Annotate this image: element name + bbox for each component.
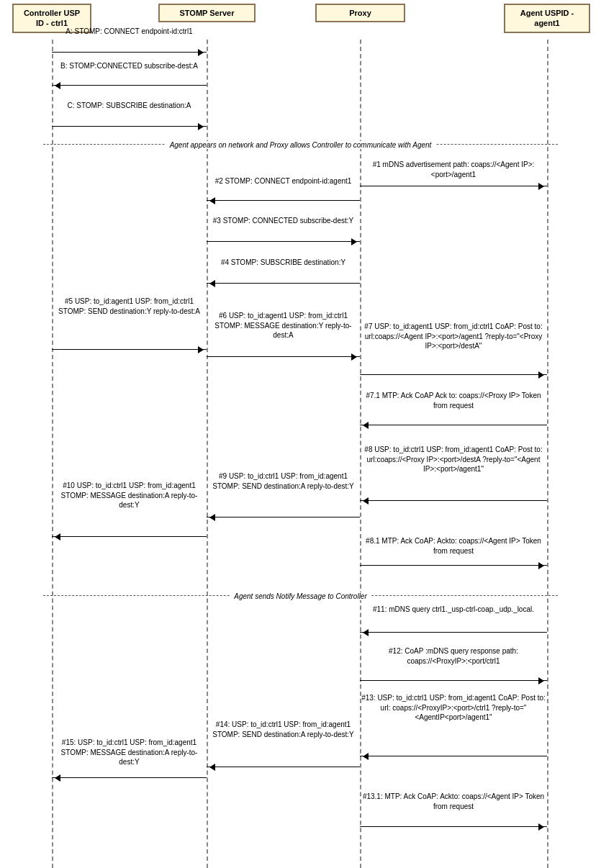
- message-arrow-2: [207, 200, 360, 201]
- message-arrow-9: [207, 517, 360, 517]
- message-label-13: #13: USP: to_id:ctrl1 USP: from_id:agent…: [360, 693, 547, 723]
- message-label-13.1: #13.1: MTP: Ack CoAP: Ackto: coaps://<Ag…: [360, 792, 547, 811]
- message-label-4: #4 STOMP: SUBSCRIBE destination:Y: [207, 258, 360, 268]
- lifeline-header-stomp: STOMP Server: [158, 4, 256, 22]
- message-arrow-11: [360, 632, 547, 633]
- message-label-2: #2 STOMP: CONNECT endpoint-id:agent1: [207, 176, 360, 186]
- message-arrow-B: [52, 85, 207, 86]
- message-arrow-A: [52, 52, 207, 53]
- message-label-9: #9 USP: to_id:ctrl1 USP: from_id:agent1 …: [207, 471, 360, 491]
- lifeline-header-agent: Agent USPID - agent1: [504, 4, 590, 33]
- message-label-14: #14: USP: to_id:ctrl1 USP: from_id:agent…: [207, 720, 360, 739]
- message-label-11: #11: mDNS query ctrl1._usp-ctrl-coap._ud…: [360, 605, 547, 615]
- separator-text: Agent appears on network and Proxy allow…: [166, 141, 436, 149]
- message-label-8: #8 USP: to_id:ctrl1 USP: from_id:agent1 …: [360, 445, 547, 474]
- message-arrow-7: [360, 374, 547, 375]
- message-arrow-12: [360, 680, 547, 681]
- message-arrow-13: [360, 756, 547, 756]
- message-arrow-6: [207, 356, 360, 357]
- separator: Agent appears on network and Proxy allow…: [43, 144, 558, 145]
- message-label-15: #15: USP: to_id:ctrl1 USP: from_id:agent…: [52, 738, 207, 767]
- message-arrow-8.1: [360, 565, 547, 566]
- message-label-5: #5 USP: to_id:agent1 USP: from_id:ctrl1 …: [52, 297, 207, 316]
- message-label-B: B: STOMP:CONNECTED subscribe-dest:A: [52, 61, 207, 71]
- message-label-7.1: #7.1 MTP: Ack CoAP Ack to: coaps://<Prox…: [360, 391, 547, 410]
- message-arrow-10: [52, 536, 207, 537]
- message-label-8.1: #8.1 MTP: Ack CoAP: Ackto: coaps://<Agen…: [360, 536, 547, 556]
- message-label-10: #10 USP: to_id:ctrl1 USP: from_id:agent1…: [52, 481, 207, 510]
- lifeline-line-agent: [547, 40, 548, 868]
- message-arrow-1: [360, 186, 547, 186]
- message-arrow-15: [52, 777, 207, 778]
- message-arrow-4: [207, 283, 360, 284]
- message-label-6: #6 USP: to_id:agent1 USP: from_id:ctrl1 …: [207, 311, 360, 340]
- message-label-3: #3 STOMP: CONNECTED subscribe-dest:Y: [207, 216, 360, 226]
- message-arrow-14: [207, 767, 360, 767]
- message-arrow-5: [52, 349, 207, 350]
- message-label-1: #1 mDNS advertisement path: coaps://<Age…: [360, 160, 547, 179]
- message-arrow-8: [360, 500, 547, 501]
- message-label-7: #7 USP: to_id:agent1 USP: from_id:ctrl1 …: [360, 322, 547, 351]
- message-arrow-3: [207, 241, 360, 242]
- message-arrow-C: [52, 126, 207, 127]
- sequence-diagram: Controller USP ID - ctrl1STOMP ServerPro…: [0, 0, 601, 868]
- lifeline-header-proxy: Proxy: [315, 4, 405, 22]
- message-label-C: C: STOMP: SUBSCRIBE destination:A: [52, 101, 207, 111]
- message-arrow-7.1: [360, 425, 547, 425]
- message-label-A: A: STOMP: CONNECT endpoint-id:ctrl1: [52, 27, 207, 37]
- message-arrow-13.1: [360, 826, 547, 827]
- separator-text: Agent sends Notify Message to Controller: [230, 592, 371, 600]
- lifeline-line-stomp: [207, 40, 208, 868]
- separator: Agent sends Notify Message to Controller: [43, 595, 558, 596]
- message-label-12: #12: CoAP :mDNS query response path: coa…: [360, 646, 547, 666]
